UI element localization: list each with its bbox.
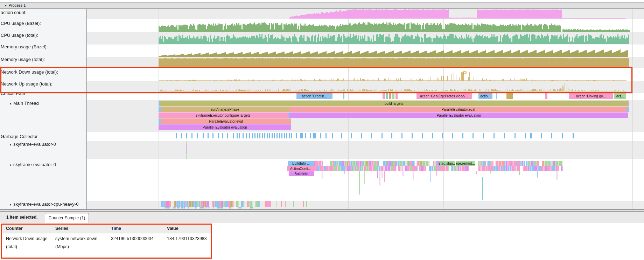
trace-event-box[interactable]: Parallel Evaluator evaluation [289, 112, 628, 118]
table-highlight-box [1, 224, 212, 259]
critical-path-event[interactable] [496, 93, 497, 99]
trace-event-box[interactable]: stage.remo... [456, 161, 469, 166]
trace-event-box[interactable]: ot... [469, 161, 475, 166]
collapse-arrow-icon[interactable]: ▾ [8, 203, 13, 206]
track-label-text: Main Thread [13, 101, 39, 106]
critical-path-event[interactable] [396, 93, 398, 99]
critical-path-event[interactable]: action 'Linking go... [569, 93, 613, 99]
track-label-2[interactable]: CPU usage (total): [1, 33, 38, 38]
event-label: BuildInfo [295, 172, 308, 176]
event-label: act... [616, 94, 624, 98]
track-label-text: CPU usage (Bazel): [1, 21, 41, 26]
track-label-text: Memory usage (Bazel): [1, 44, 48, 49]
critical-path-event[interactable] [389, 93, 391, 99]
selection-status: 1 item selected. [6, 215, 37, 220]
tab-counter-sample[interactable]: Counter Sample (1) [45, 213, 89, 223]
collapse-arrow-icon[interactable]: ▾ [8, 102, 13, 105]
trace-event-box[interactable] [159, 107, 161, 112]
event-label: BuildInfo ... [292, 162, 310, 165]
event-label: actio... [480, 94, 490, 98]
track-label-text: Garbage Collector [1, 134, 38, 139]
critical-path-event[interactable] [506, 93, 513, 99]
trace-event-box[interactable] [627, 107, 629, 112]
track-label-text: skyframe-evaluator-0 [13, 142, 56, 147]
track-label-9[interactable]: Garbage Collector [1, 134, 38, 139]
trace-event-box[interactable]: stag.stag... [439, 161, 455, 166]
trace-event-box[interactable]: Parallel Evaluator evaluation [159, 124, 291, 130]
track-label-text: action count: [1, 10, 27, 15]
track-label-0[interactable]: action count: [1, 10, 27, 15]
trace-events-layer: action 'Creatin...action 'GenObjcProtos … [0, 0, 644, 209]
track-label-4[interactable]: Memory usage (total): [1, 57, 45, 62]
details-tabbar: 1 item selected. Counter Sample (1) [0, 212, 644, 223]
critical-path-event[interactable]: act... [614, 93, 626, 99]
event-label: ParallelEvaluator.eval [209, 119, 243, 123]
critical-path-event[interactable] [386, 93, 388, 99]
trace-event-box[interactable]: buildTargets [160, 101, 628, 106]
event-label: buildTargets [385, 102, 404, 105]
trace-event-box[interactable]: runAnalysisPhase [161, 107, 289, 112]
event-label: ParallelEvaluator.eval [441, 108, 475, 111]
collapse-arrow-icon[interactable]: ▾ [8, 163, 13, 167]
trace-viewer-app: ▾Process 1 action 'Creatin...action 'Gen… [0, 0, 644, 260]
event-label: skyframeExecutor.configureTargets [196, 114, 250, 117]
critical-path-event[interactable]: action 'Creatin... [296, 93, 332, 99]
track-label-text: skyframe-evaluator-0 [13, 162, 56, 167]
process-title: Process 1 [9, 3, 26, 7]
track-label-10[interactable]: ▾skyframe-evaluator-0 [8, 142, 56, 147]
event-label: stag.stag... [439, 162, 455, 165]
track-label-text: skyframe-evaluator-cpu-heavy-0 [13, 201, 78, 207]
track-label-text: CPU usage (total): [1, 33, 38, 38]
process-header[interactable]: ▾Process 1 [0, 2, 644, 9]
event-label: Parallel Evaluator evaluation [437, 114, 481, 117]
panel-splitter[interactable] [0, 209, 644, 212]
trace-event-box[interactable]: ParallelEvaluator.eval [289, 107, 627, 112]
trace-event-box[interactable]: skyframeExecutor.configureTargets [159, 112, 288, 118]
track-label-11[interactable]: ▾skyframe-evaluator-0 [8, 162, 56, 167]
critical-path-event[interactable] [383, 93, 385, 99]
track-label-text: Memory usage (total): [1, 57, 45, 62]
event-label: Parallel Evaluator evaluation [203, 125, 247, 129]
event-label: action 'Linking go... [576, 94, 606, 98]
network-rows-highlight-box [0, 67, 632, 93]
critical-path-event[interactable] [545, 93, 547, 99]
trace-event-box[interactable]: ParallelEvaluator.eval [161, 118, 291, 124]
event-label: ot... [469, 162, 475, 165]
trace-event-box[interactable]: BuildInfo [289, 171, 314, 176]
critical-path-event[interactable]: actio... [478, 93, 492, 99]
event-label: action 'Creatin... [302, 94, 327, 98]
critical-path-event[interactable]: action 'GenObjcProtos video/... [416, 93, 472, 99]
trace-event-box[interactable]: BuildInfo ... [288, 161, 314, 166]
event-label: action 'GenObjcProtos video/... [420, 94, 468, 98]
trace-event-box[interactable] [628, 101, 629, 106]
collapse-arrow-icon[interactable]: ▾ [5, 3, 7, 9]
critical-path-event[interactable] [343, 93, 344, 99]
critical-path-event[interactable] [392, 93, 394, 99]
track-label-1[interactable]: CPU usage (Bazel): [1, 21, 41, 26]
event-label: stage.remo... [456, 162, 469, 165]
track-label-3[interactable]: Memory usage (Bazel): [1, 44, 48, 49]
track-label-12[interactable]: ▾skyframe-evaluator-cpu-heavy-0 [8, 201, 78, 207]
trace-event-box[interactable]: ActionConti... [287, 166, 314, 171]
track-label-8[interactable]: ▾Main Thread [8, 101, 39, 106]
collapse-arrow-icon[interactable]: ▾ [8, 143, 13, 146]
event-label: runAnalysisPhase [211, 108, 239, 111]
event-label: ActionConti... [290, 167, 311, 171]
